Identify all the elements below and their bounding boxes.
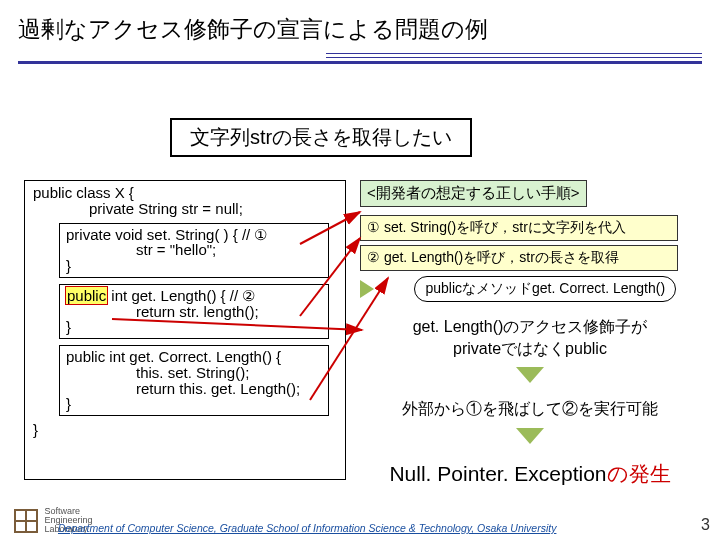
page-number: 3	[701, 516, 710, 534]
arrow-right-icon	[360, 280, 374, 298]
code-sample: public class X { private String str = nu…	[24, 180, 346, 480]
code-line: str = "hello";	[66, 242, 322, 258]
code-line: public class X {	[33, 185, 337, 201]
slide-title: 過剰なアクセス修飾子の宣言による問題の例	[0, 0, 720, 53]
method-bubble: publicなメソッドget. Correct. Length()	[414, 276, 676, 302]
procedure-step-2: ② get. Length()を呼び，strの長さを取得	[360, 245, 678, 271]
code-line: public int get. Correct. Length() {	[66, 349, 322, 365]
code-line: private void set. String( ) { // ①	[66, 227, 322, 243]
consequence-note: 外部から①を飛ばして②を実行可能	[360, 399, 700, 420]
bubble-row: publicなメソッドget. Correct. Length()	[360, 275, 700, 302]
title-rule	[18, 53, 702, 65]
note-line: privateではなくpublic	[360, 338, 700, 360]
code-line: }	[66, 258, 322, 274]
access-modifier-note: get. Length()のアクセス修飾子が privateではなくpublic	[360, 316, 700, 359]
arrow-down-icon	[516, 367, 544, 383]
footer-affiliation: Department of Computer Science, Graduate…	[58, 522, 698, 534]
code-line: }	[33, 422, 337, 438]
logo-icon	[14, 509, 38, 533]
method-setstring: private void set. String( ) { // ① str =…	[59, 223, 329, 278]
code-line: return this. get. Length();	[66, 381, 322, 397]
procedure-heading: <開発者の想定する正しい手順>	[360, 180, 587, 207]
arrow-down-icon	[516, 428, 544, 444]
code-line: }	[66, 396, 322, 412]
code-line: private String str = null;	[33, 201, 337, 217]
npe-red-text: の発生	[607, 462, 671, 485]
method-getcorrectlength: public int get. Correct. Length() { this…	[59, 345, 329, 416]
method-getlength: public int get. Length() { // ② return s…	[59, 284, 329, 339]
code-line: public int get. Length() { // ②	[66, 288, 322, 304]
explanation-column: <開発者の想定する正しい手順> ① set. String()を呼び，strに文…	[360, 180, 700, 488]
public-highlight: public	[66, 287, 107, 304]
code-line: return str. length();	[66, 304, 322, 320]
note-line: get. Length()のアクセス修飾子が	[360, 316, 700, 338]
code-text: int get. Length() { // ②	[107, 287, 255, 304]
npe-result: Null. Pointer. Exceptionの発生	[360, 460, 700, 488]
code-line: }	[66, 319, 322, 335]
npe-text: Null. Pointer. Exception	[389, 462, 606, 485]
code-line: this. set. String();	[66, 365, 322, 381]
goal-box: 文字列strの長さを取得したい	[170, 118, 472, 157]
procedure-step-1: ① set. String()を呼び，strに文字列を代入	[360, 215, 678, 241]
